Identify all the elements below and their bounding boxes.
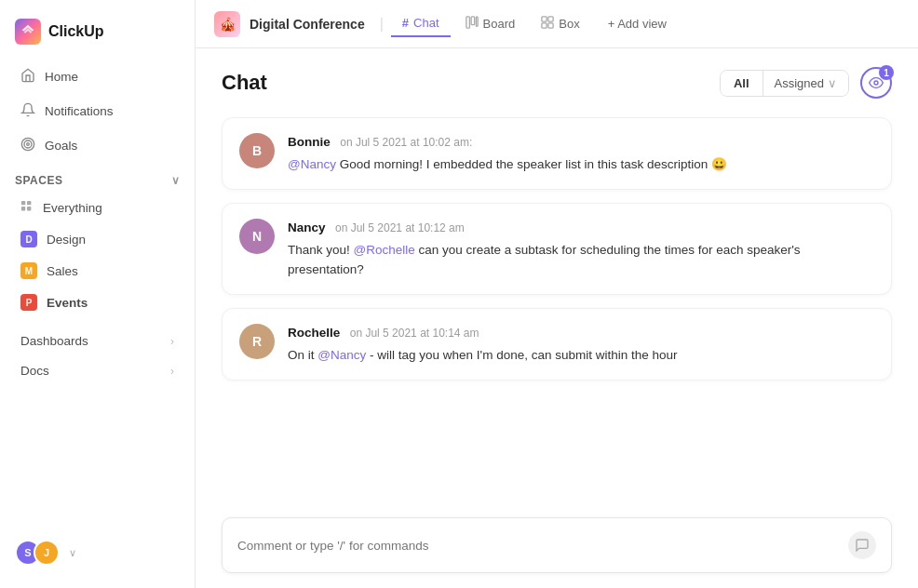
chat-container: Chat All Assigned ∨ 1 B (196, 48, 918, 588)
sidebar-item-events[interactable]: P Events (6, 287, 189, 317)
svg-rect-12 (542, 23, 547, 28)
events-space-icon: P (20, 294, 37, 311)
dashboards-chevron-icon: › (170, 335, 174, 348)
tab-chat[interactable]: # Chat (391, 10, 451, 37)
mention-rochelle-in-nancy: @Rochelle (354, 243, 415, 257)
sidebar-item-docs[interactable]: Docs › (6, 356, 189, 385)
msg-content-rochelle: Rochelle on Jul 5 2021 at 10:14 am On it… (288, 324, 874, 365)
svg-point-1 (24, 140, 32, 148)
svg-rect-8 (471, 17, 475, 25)
home-label: Home (45, 70, 78, 84)
filter-all-button[interactable]: All (721, 71, 763, 96)
avatar-bonnie: B (239, 133, 275, 168)
msg-text-bonnie: Good morning! I embedded the speaker lis… (336, 157, 727, 171)
msg-author-bonnie: Bonnie (288, 135, 331, 149)
add-view-button[interactable]: + Add view (599, 11, 676, 36)
spaces-label: Spaces (15, 174, 62, 187)
avatar-rochelle: R (239, 324, 275, 359)
dashboards-label: Dashboards (20, 334, 88, 348)
sidebar-item-home[interactable]: Home (6, 60, 189, 93)
send-button[interactable] (848, 531, 876, 559)
message-card-rochelle: R Rochelle on Jul 5 2021 at 10:14 am On … (222, 308, 892, 381)
sidebar-user-area: S J ∨ (0, 528, 195, 577)
comment-input-wrap (222, 517, 892, 573)
mention-nancy-in-rochelle: @Nancy (317, 348, 366, 362)
svg-rect-3 (21, 201, 25, 205)
svg-rect-13 (548, 23, 553, 28)
svg-rect-10 (542, 17, 547, 21)
box-icon (541, 16, 554, 32)
sidebar-item-notifications[interactable]: Notifications (6, 95, 189, 127)
tab-box-label: Box (559, 17, 579, 31)
avatar-nancy: N (239, 219, 275, 254)
tab-board[interactable]: Board (454, 10, 527, 37)
svg-point-2 (27, 143, 30, 146)
comment-bar (196, 506, 918, 588)
msg-time-nancy: on Jul 5 2021 at 10:12 am (335, 221, 465, 234)
bell-icon (20, 102, 35, 120)
chat-title: Chat (222, 71, 267, 95)
sidebar: ClickUp Home Notifications Goals Spaces … (0, 0, 196, 588)
sidebar-item-dashboards[interactable]: Dashboards › (6, 327, 189, 355)
mention-nancy-in-bonnie: @Nancy (288, 157, 336, 171)
svg-rect-5 (21, 207, 25, 210)
svg-rect-9 (476, 17, 478, 27)
msg-body-rochelle: On it @Nancy - will tag you when I'm don… (288, 346, 874, 365)
notifications-label: Notifications (45, 104, 114, 118)
sales-label: Sales (47, 264, 78, 278)
msg-content-nancy: Nancy on Jul 5 2021 at 10:12 am Thank yo… (288, 219, 874, 279)
msg-content-bonnie: Bonnie on Jul 5 2021 at 10:02 am: @Nancy… (288, 133, 874, 174)
assigned-label: Assigned (775, 76, 824, 90)
events-label: Events (47, 296, 88, 310)
spaces-chevron-icon[interactable]: ∨ (171, 174, 181, 187)
msg-body-nancy: Thank you! @Rochelle can you create a su… (288, 241, 874, 279)
svg-rect-6 (27, 207, 31, 210)
sidebar-item-design[interactable]: D Design (6, 224, 189, 254)
msg-body-bonnie: @Nancy Good morning! I embedded the spea… (288, 155, 874, 174)
everything-label: Everything (43, 201, 102, 215)
tab-board-label: Board (483, 17, 516, 31)
message-card-bonnie: B Bonnie on Jul 5 2021 at 10:02 am: @Nan… (222, 117, 892, 190)
design-label: Design (47, 233, 86, 247)
svg-rect-4 (27, 201, 31, 205)
msg-meta-rochelle: Rochelle on Jul 5 2021 at 10:14 am (288, 324, 874, 341)
add-view-label: + Add view (608, 17, 667, 31)
chat-header-right: All Assigned ∨ 1 (720, 67, 892, 99)
msg-author-nancy: Nancy (288, 220, 326, 234)
project-icon: 🎪 (214, 11, 240, 37)
sidebar-item-sales[interactable]: M Sales (6, 256, 189, 286)
home-icon (20, 68, 35, 86)
msg-time-rochelle: on Jul 5 2021 at 10:14 am (350, 327, 479, 340)
msg-meta-bonnie: Bonnie on Jul 5 2021 at 10:02 am: (288, 133, 874, 150)
docs-chevron-icon: › (170, 365, 174, 378)
topbar: 🎪 Digital Conference | # Chat Board Box … (196, 0, 918, 48)
spaces-section-header: Spaces ∨ (0, 163, 195, 193)
sales-space-icon: M (20, 262, 37, 279)
watch-button[interactable]: 1 (860, 67, 892, 99)
user-menu-chevron-icon[interactable]: ∨ (69, 547, 76, 559)
docs-label: Docs (20, 364, 49, 378)
sidebar-item-everything[interactable]: Everything (6, 194, 189, 222)
chat-hash-icon: # (402, 16, 409, 30)
comment-input[interactable] (237, 539, 848, 553)
user-avatar-stack: S J (15, 540, 60, 566)
filter-assigned-button[interactable]: Assigned ∨ (763, 71, 848, 96)
filter-chevron-icon: ∨ (828, 76, 837, 90)
tab-box[interactable]: Box (530, 10, 590, 37)
design-space-icon: D (20, 231, 37, 247)
svg-point-14 (874, 81, 878, 85)
topbar-divider: | (380, 16, 384, 33)
msg-meta-nancy: Nancy on Jul 5 2021 at 10:12 am (288, 219, 874, 235)
logo-icon (15, 19, 41, 45)
board-icon (466, 16, 479, 32)
project-title: Digital Conference (250, 17, 365, 32)
svg-rect-11 (548, 17, 553, 21)
sidebar-item-goals[interactable]: Goals (6, 129, 189, 162)
msg-prefix-nancy: Thank you! (288, 243, 354, 257)
goals-icon (20, 137, 35, 154)
watch-badge: 1 (879, 65, 894, 80)
msg-time-bonnie: on Jul 5 2021 at 10:02 am: (340, 136, 472, 149)
logo-area: ClickUp (0, 11, 195, 60)
user-avatar-j[interactable]: J (34, 540, 60, 566)
messages-area: B Bonnie on Jul 5 2021 at 10:02 am: @Nan… (196, 110, 918, 506)
